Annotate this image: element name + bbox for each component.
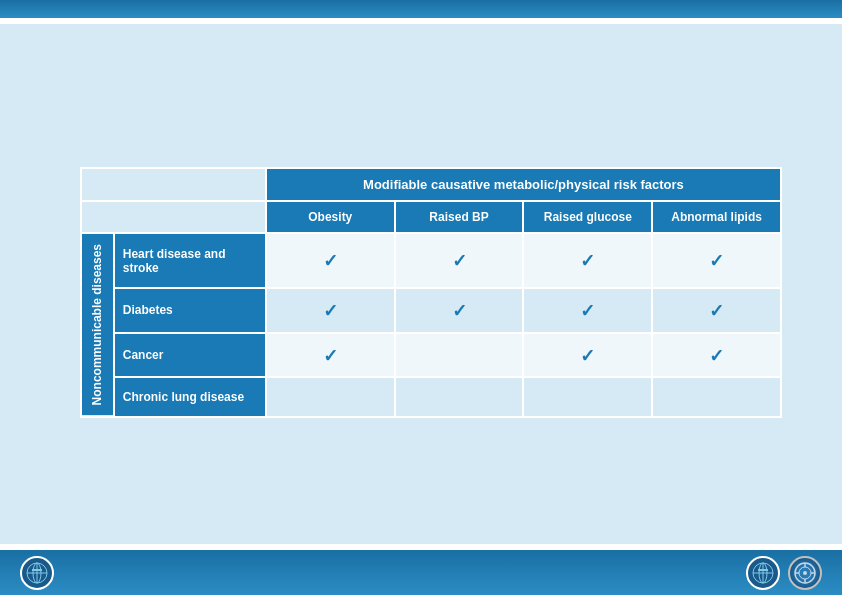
who-logo-left — [20, 556, 54, 590]
main-header: Modifiable causative metabolic/physical … — [266, 168, 781, 201]
who-emblem-right1 — [752, 562, 774, 584]
logo-right — [746, 556, 822, 590]
svg-rect-4 — [32, 569, 42, 571]
who-ornament-right — [793, 561, 817, 585]
check-cancer-bp — [395, 333, 524, 378]
table-row: Diabetes ✓ ✓ ✓ ✓ — [81, 288, 781, 333]
disease-heart: Heart disease and stroke — [114, 233, 266, 288]
disease-cancer: Cancer — [114, 333, 266, 378]
table-row: Noncommunicable diseases Heart disease a… — [81, 233, 781, 288]
svg-rect-9 — [758, 569, 768, 571]
check-cancer-lipids: ✓ — [652, 333, 781, 378]
disease-diabetes: Diabetes — [114, 288, 266, 333]
check-lung-obesity — [266, 377, 395, 416]
logo-left — [20, 556, 54, 590]
check-heart-glucose: ✓ — [523, 233, 652, 288]
ncd-vertical-label: Noncommunicable diseases — [81, 233, 114, 416]
who-logo-right2 — [788, 556, 822, 590]
table-row: Cancer ✓ ✓ ✓ — [81, 333, 781, 378]
footer-logos — [0, 550, 842, 595]
who-emblem-left — [26, 562, 48, 584]
table-wrapper: Modifiable causative metabolic/physical … — [80, 167, 782, 417]
svg-point-12 — [803, 571, 807, 575]
check-lung-lipids — [652, 377, 781, 416]
main-content: Modifiable causative metabolic/physical … — [80, 60, 782, 525]
disease-chronic-lung: Chronic lung disease — [114, 377, 266, 416]
check-diabetes-obesity: ✓ — [266, 288, 395, 333]
who-logo-right1 — [746, 556, 780, 590]
subheader-abnormal-lipids: Abnormal lipids — [652, 201, 781, 233]
bottom-bar — [0, 550, 842, 595]
subheader-raised-bp: Raised BP — [395, 201, 524, 233]
subheader-raised-glucose: Raised glucose — [523, 201, 652, 233]
check-diabetes-lipids: ✓ — [652, 288, 781, 333]
check-lung-bp — [395, 377, 524, 416]
check-heart-lipids: ✓ — [652, 233, 781, 288]
risk-factors-table: Modifiable causative metabolic/physical … — [80, 167, 782, 417]
check-lung-glucose — [523, 377, 652, 416]
subheader-obesity: Obesity — [266, 201, 395, 233]
check-diabetes-glucose: ✓ — [523, 288, 652, 333]
check-heart-bp: ✓ — [395, 233, 524, 288]
table-row: Chronic lung disease — [81, 377, 781, 416]
check-cancer-glucose: ✓ — [523, 333, 652, 378]
top-bar — [0, 0, 842, 18]
check-diabetes-bp: ✓ — [395, 288, 524, 333]
check-cancer-obesity: ✓ — [266, 333, 395, 378]
check-heart-obesity: ✓ — [266, 233, 395, 288]
